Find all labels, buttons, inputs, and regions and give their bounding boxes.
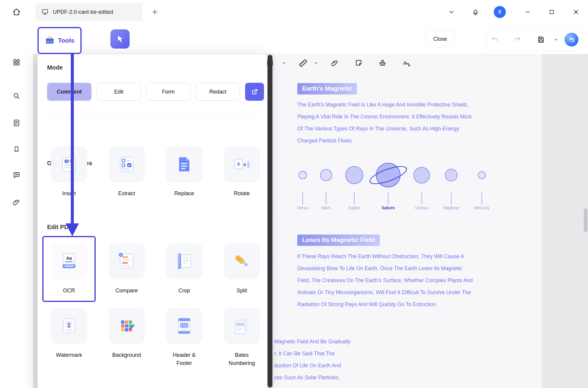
planet-tick — [302, 193, 303, 204]
planet-tick — [482, 193, 482, 204]
rotate-icon: A — [232, 155, 251, 174]
doc-line: Playing A Vital Role In The Cosmic Envir… — [297, 111, 472, 123]
toolbar: H T — [33, 24, 588, 54]
home-button[interactable] — [9, 5, 24, 19]
close-window-button[interactable] — [569, 5, 583, 19]
background-icon — [117, 316, 136, 336]
ocr-icon: Aa — [59, 252, 79, 271]
tool-tile-compare[interactable] — [109, 243, 145, 279]
ruler-icon — [298, 58, 308, 67]
tool-tile-background-label: Background — [109, 351, 145, 359]
select-tool-button[interactable] — [110, 29, 130, 49]
planet-mercury: Mercury — [464, 163, 500, 212]
new-tab-button[interactable] — [148, 5, 162, 19]
tab-title: UPDF-2.0-cant-be-edited — [53, 9, 113, 15]
mode-button-form[interactable]: Form — [146, 83, 190, 101]
tool-tile-insert[interactable] — [51, 146, 87, 182]
tools-button[interactable]: Tools — [38, 27, 82, 54]
doc-line: Magnetic Field And Be Gradually — [274, 336, 351, 348]
tool-tile-split[interactable] — [224, 243, 260, 279]
undo-button[interactable] — [489, 34, 501, 46]
planet-label: Jupiter — [336, 205, 372, 210]
cursor-icon — [116, 34, 124, 43]
collapse-button[interactable] — [444, 5, 459, 19]
mode-button-comment[interactable]: Comment — [47, 83, 92, 101]
maximize-button[interactable] — [544, 5, 559, 19]
paperclip-icon — [331, 59, 339, 67]
panel-scrollbar[interactable] — [268, 55, 272, 387]
bates-numbering-icon: 000123 — [232, 316, 251, 336]
ai-swirl-icon — [568, 36, 575, 43]
shape-tool-chevron[interactable] — [280, 59, 287, 67]
redo-icon — [513, 36, 521, 43]
ai-assistant-button[interactable] — [565, 33, 578, 46]
save-button[interactable] — [535, 34, 547, 46]
tool-tile-bates-label: Bates Numbering — [224, 351, 260, 367]
tool-tile-bates-numbering[interactable]: 000123 — [224, 308, 260, 344]
attach-tool-button[interactable] — [328, 56, 341, 70]
insert-icon — [59, 155, 79, 174]
tool-tile-split-label: Split — [224, 287, 260, 295]
sticker-icon — [355, 59, 362, 67]
minimize-button[interactable] — [520, 5, 535, 19]
tool-tile-extract[interactable] — [109, 146, 145, 182]
sidebar-item-attachments[interactable] — [9, 195, 24, 209]
tool-tile-watermark[interactable] — [51, 308, 87, 344]
tool-tile-rotate-label: Rotate — [224, 190, 260, 198]
tool-tile-watermark-label: Watermark — [51, 351, 87, 359]
tool-tile-rotate[interactable]: A — [224, 146, 260, 182]
sidebar-item-search[interactable] — [9, 89, 24, 103]
tool-tile-crop[interactable] — [166, 243, 202, 279]
page-thumbnails-icon — [13, 119, 20, 127]
planet-tick — [354, 193, 355, 204]
redo-button[interactable] — [511, 34, 523, 46]
divider — [47, 114, 257, 114]
doc-line: Charged Particle Flows. — [297, 135, 472, 147]
doc-line: The Earth's Magnetic Field Is Like A Hug… — [297, 99, 472, 111]
stamp-tool-button[interactable] — [376, 56, 389, 70]
replace-icon — [175, 155, 194, 174]
sidebar-item-comments[interactable] — [9, 168, 24, 182]
tool-tile-compare-label: Compare — [109, 287, 145, 295]
mode-button-edit[interactable]: Edit — [97, 83, 141, 101]
doc-paragraph-2: If These Rays Reach The Earth Without Ob… — [297, 250, 472, 310]
tool-tile-header-footer[interactable] — [166, 308, 202, 344]
tool-tile-insert-label: Insert — [51, 190, 87, 198]
planet-circle — [298, 171, 307, 179]
tools-button-label: Tools — [58, 37, 74, 44]
minimize-icon — [524, 9, 531, 15]
sticker-tool-button[interactable] — [352, 56, 365, 70]
planet-circle — [345, 166, 363, 184]
sidebar-item-pages[interactable] — [9, 116, 24, 130]
measure-tool-chevron[interactable] — [313, 59, 320, 67]
svg-text:000123: 000123 — [237, 323, 244, 325]
bell-icon — [472, 8, 479, 16]
user-avatar[interactable]: X — [494, 6, 506, 18]
tool-tile-background[interactable] — [109, 308, 145, 344]
tool-tile-replace[interactable] — [166, 146, 202, 182]
bookmark-icon — [13, 146, 20, 153]
undo-icon — [491, 36, 499, 43]
tool-tile-ocr[interactable]: Aa — [51, 243, 87, 279]
plus-icon — [151, 8, 158, 16]
doc-paragraph-clipped: Magnetic Field And Be Gradually r. It Ca… — [274, 336, 351, 384]
mode-buttons-row: Comment Edit Form Redact — [47, 83, 264, 101]
mode-button-redact[interactable]: Redact — [196, 83, 240, 101]
document-tab[interactable]: UPDF-2.0-cant-be-edited — [35, 3, 142, 21]
tool-tile-extract-label: Extract — [109, 190, 145, 198]
watermark-icon — [59, 316, 79, 336]
doc-heading-2: Loses Its Magnetic Field — [297, 234, 380, 246]
planet-tick — [388, 193, 388, 204]
svg-text:Aa: Aa — [66, 255, 72, 261]
tool-tile-replace-label: Replace — [166, 190, 202, 198]
notifications-button[interactable] — [468, 5, 483, 19]
signature-tool-button[interactable] — [400, 56, 413, 70]
measure-tool-button[interactable] — [296, 56, 310, 70]
doc-line: ces Such As Solar Particles. — [274, 372, 351, 384]
close-document-button[interactable]: Close — [425, 31, 455, 47]
document-scrollbar[interactable] — [584, 208, 587, 232]
open-external-button[interactable] — [245, 83, 264, 101]
save-chevron[interactable] — [552, 36, 560, 43]
sidebar-item-bookmarks[interactable] — [9, 142, 24, 157]
sidebar-item-apps[interactable] — [9, 55, 24, 70]
